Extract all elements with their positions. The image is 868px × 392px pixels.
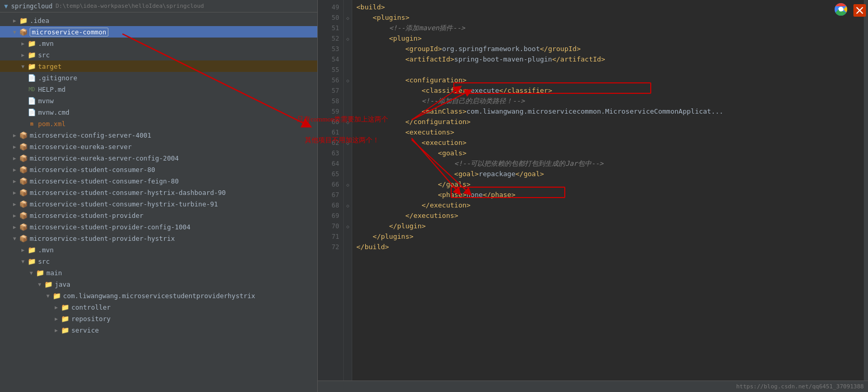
code-line-50: <plugins>: [356, 13, 864, 23]
tree-item-student-provider[interactable]: ▶ 📦 microservice-student-provider: [0, 210, 317, 221]
editor-content: 49 50 51 52 53 54 55 56 57 58 59 60 61 6…: [318, 0, 868, 392]
tree-label: java: [55, 280, 70, 288]
module-icon: 📦: [19, 189, 28, 197]
tree-item-src[interactable]: ▶ 📁 src: [0, 49, 317, 60]
module-icon: 📦: [19, 131, 28, 139]
chrome-icon: [834, 2, 848, 17]
tree-arrow: ▶: [10, 155, 19, 161]
java-folder-icon: 📁: [44, 280, 53, 288]
code-line-63: <goals>: [356, 148, 864, 158]
tree-arrow: ▶: [19, 41, 27, 46]
file-tree-panel: ▼ springcloud D:\temp\idea-workpase\hell…: [0, 0, 318, 392]
tree-item-consumer-hystrix-turbine[interactable]: ▶ 📦 microservice-student-consumer-hystri…: [0, 198, 317, 210]
code-line-60: </configuration>: [356, 117, 864, 127]
tree-item-mvn[interactable]: ▶ 📁 .mvn: [0, 38, 317, 49]
tree-item-microservice-common[interactable]: ▼ 📦 microservice-common: [0, 26, 317, 38]
folder-icon: 📁: [27, 63, 36, 70]
code-line-65: <goal>repackage</goal>: [356, 169, 864, 179]
scrollbar[interactable]: [864, 0, 868, 392]
status-bar: https://blog.csdn.net/qq6451_37091388: [318, 381, 868, 392]
tree-label: mvnw: [38, 97, 54, 105]
tree-arrow: ▼: [44, 293, 52, 299]
code-line-58: <!--添加自己的启动类路径！-->: [356, 96, 864, 106]
folder-icon: 📁: [19, 17, 28, 24]
tree-arrow: ▼: [35, 281, 44, 287]
tree-arrow: ▶: [10, 132, 19, 138]
tree-item-pom-xml[interactable]: m pom.xml: [0, 118, 317, 129]
code-line-57: <classifier>execute</classifier>: [356, 85, 864, 96]
tree-label: microservice-student-provider: [30, 212, 143, 219]
tree-arrow: ▼: [19, 64, 27, 69]
tree-item-mvnw[interactable]: 📄 mvnw: [0, 95, 317, 106]
code-line-71: </plugins>: [356, 231, 864, 242]
file-icon: 📄: [27, 108, 36, 116]
tree-arrow: ▶: [10, 224, 19, 230]
tree-label: microservice-student-provider-hystrix: [30, 235, 175, 242]
folder-icon: 📁: [35, 269, 45, 277]
code-line-49: <build>: [356, 2, 864, 13]
xml-icon: m: [27, 121, 36, 127]
tree-label: .mvn: [38, 246, 54, 254]
tree-arrow: ▶: [10, 144, 19, 150]
tree-arrow: ▶: [10, 201, 19, 207]
tree-label: microservice-config-server-4001: [30, 131, 151, 139]
folder-icon: 📁: [27, 258, 36, 265]
tree-item-provider-hystrix[interactable]: ▼ 📦 microservice-student-provider-hystri…: [0, 232, 317, 244]
file-icon: 📄: [27, 97, 36, 105]
project-icon: ▼: [4, 3, 8, 10]
tree-item-idea[interactable]: ▶ 📁 .idea: [0, 15, 317, 26]
tree-item-mvnw-cmd[interactable]: 📄 mvnw.cmd: [0, 106, 317, 118]
tree-label: src: [38, 258, 50, 265]
tree-item-consumer-80[interactable]: ▶ 📦 microservice-student-consumer-80: [0, 164, 317, 175]
tree-arrow: ▶: [52, 304, 60, 310]
folder-icon: 📁: [60, 303, 70, 311]
module-icon: 📦: [19, 223, 28, 231]
tree-item-gitignore[interactable]: 📄 .gitignore: [0, 72, 317, 83]
tree-label: com.liwangwang.microservicestudentprovid…: [63, 292, 255, 300]
tree-arrow: ▶: [10, 178, 19, 184]
code-area[interactable]: <build> <plugins> <!--添加maven插件--> <plug…: [352, 0, 864, 392]
tree-label: repository: [71, 315, 110, 323]
tree-item-mvn2[interactable]: ▶ 📁 .mvn: [0, 244, 317, 255]
tree-item-package[interactable]: ▼ 📁 com.liwangwang.microservicestudentpr…: [0, 290, 317, 301]
tree-item-config-server[interactable]: ▶ 📦 microservice-config-server-4001: [0, 129, 317, 141]
code-line-68: </execution>: [356, 200, 864, 211]
tree-container[interactable]: ▶ 📁 .idea ▼ 📦 microservice-common ▶ 📁 .m…: [0, 13, 317, 392]
gutter: ◇ ◇ ◇ ◇ ◇ ◇ ◇ ◇: [344, 0, 352, 392]
tree-label: microservice-eureka-server-config-2004: [30, 154, 179, 162]
tree-label: .mvn: [38, 40, 54, 47]
tree-item-provider-config[interactable]: ▶ 📦 microservice-student-provider-config…: [0, 221, 317, 232]
tree-arrow: ▶: [52, 316, 60, 322]
folder-icon: 📁: [60, 315, 70, 323]
project-label: ▼ springcloud D:\temp\idea-workpase\hell…: [4, 3, 204, 10]
code-line-70: </plugin>: [356, 221, 864, 231]
code-line-52: <plugin>: [356, 33, 864, 44]
tree-item-src2[interactable]: ▼ 📁 src: [0, 255, 317, 267]
tree-item-repository[interactable]: ▶ 📁 repository: [0, 313, 317, 324]
tree-item-consumer-hystrix-dashboard[interactable]: ▶ 📦 microservice-student-consumer-hystri…: [0, 187, 317, 198]
module-icon: 📦: [19, 166, 28, 174]
tree-label: .idea: [30, 17, 49, 24]
tree-item-consumer-feign-80[interactable]: ▶ 📦 microservice-student-consumer-feign-…: [0, 175, 317, 187]
tree-item-eureka-server-config[interactable]: ▶ 📦 microservice-eureka-server-config-20…: [0, 152, 317, 164]
module-icon: 📦: [19, 212, 28, 219]
code-line-61: <executions>: [356, 127, 864, 138]
tree-label: mvnw.cmd: [38, 108, 69, 116]
code-line-67: <phase>none</phase>: [356, 190, 864, 200]
tree-item-java[interactable]: ▼ 📁 java: [0, 278, 317, 290]
project-path: D:\temp\idea-workpase\helloIdea\springcl…: [56, 3, 204, 9]
tree-label: .gitignore: [38, 74, 77, 82]
module-icon: 📦: [19, 177, 28, 185]
tree-label: microservice-student-consumer-hystrix-da…: [30, 189, 226, 197]
module-icon: 📦: [19, 143, 28, 151]
tree-item-service[interactable]: ▶ 📁 service: [0, 324, 317, 336]
tree-label: HELP.md: [38, 85, 66, 93]
tree-item-controller[interactable]: ▶ 📁 controller: [0, 301, 317, 313]
tree-item-help-md[interactable]: MD HELP.md: [0, 83, 317, 95]
tree-item-target[interactable]: ▼ 📁 target: [0, 60, 317, 72]
status-url: https://blog.csdn.net/qq6451_37091388: [736, 383, 864, 390]
tree-item-main[interactable]: ▼ 📁 main: [0, 267, 317, 278]
tree-arrow: ▶: [10, 167, 19, 173]
tree-item-eureka-server[interactable]: ▶ 📦 microservice-eureka-server: [0, 141, 317, 152]
folder-icon: 📁: [60, 326, 70, 334]
